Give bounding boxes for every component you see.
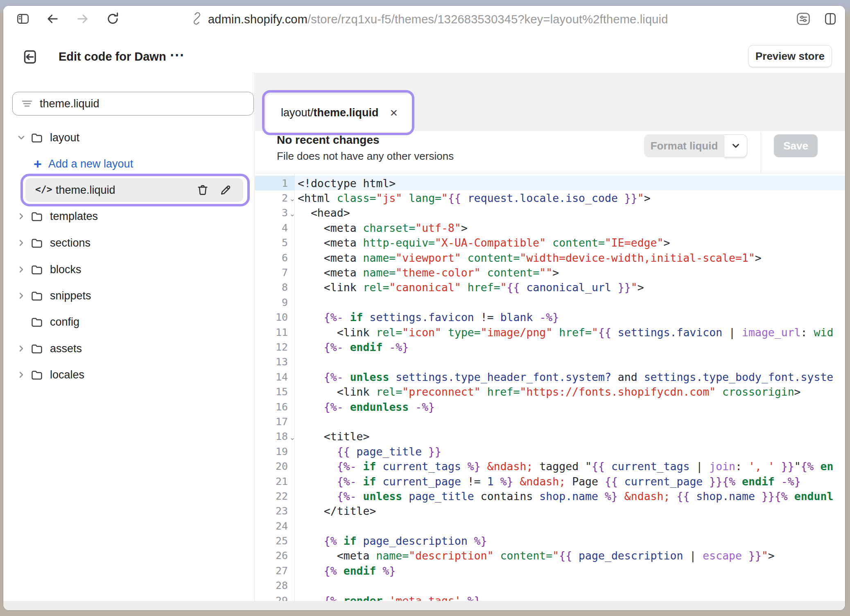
tab-close-icon[interactable]: ×: [390, 106, 398, 119]
code-line[interactable]: 19 {{ page_title }}: [255, 444, 845, 459]
folder-label: snippets: [50, 290, 91, 302]
sidebar-file-theme.liquid[interactable]: </>theme.liquid: [3, 178, 251, 202]
code-editor[interactable]: 1<!doctype html>2⌄<html class="js" lang=…: [255, 173, 845, 601]
line-number[interactable]: 5: [255, 236, 294, 250]
code-line[interactable]: 25 {% if page_description %}: [255, 533, 845, 548]
code-line[interactable]: 16 {%- endunless -%}: [255, 399, 845, 414]
add-new-layout-button[interactable]: +Add a new layout: [3, 155, 251, 173]
code-line[interactable]: 9: [255, 295, 845, 310]
line-number[interactable]: 2⌄: [255, 190, 294, 205]
code-line[interactable]: 2⌄<html class="js" lang="{{ request.loca…: [255, 190, 845, 205]
line-number[interactable]: 16: [255, 399, 294, 414]
reload-icon[interactable]: [105, 11, 121, 27]
save-button[interactable]: Save: [774, 134, 818, 157]
back-button-icon[interactable]: [44, 11, 61, 27]
sidebar-folder-snippets[interactable]: snippets: [3, 287, 251, 305]
forward-button-icon[interactable]: [75, 11, 91, 27]
code-line[interactable]: 12 {%- endif -%}: [255, 340, 845, 354]
code-line[interactable]: 20 {%- if current_tags %} &ndash; tagged…: [255, 459, 845, 473]
code-line[interactable]: 14 {%- unless settings.type_header_font.…: [255, 369, 845, 384]
code-line[interactable]: 23 </title>: [255, 504, 845, 519]
line-number[interactable]: 24: [255, 519, 294, 533]
code-line[interactable]: 6 <meta name="viewport" content="width=d…: [255, 250, 845, 265]
line-number[interactable]: 25: [255, 533, 294, 548]
code-line[interactable]: 22 {%- unless page_title contains shop.n…: [255, 489, 845, 503]
line-number[interactable]: 12: [255, 340, 294, 354]
line-number[interactable]: 26: [255, 548, 294, 563]
code-line-content: <meta name="theme-color" content="">: [294, 266, 559, 279]
code-line[interactable]: 18⌄ <title>: [255, 429, 845, 444]
line-number[interactable]: 15: [255, 384, 294, 399]
line-number[interactable]: 9: [255, 295, 294, 310]
code-line[interactable]: 8 <link rel="canonical" href="{{ canonic…: [255, 280, 845, 295]
code-line[interactable]: 5 <meta http-equiv="X-UA-Compatible" con…: [255, 236, 845, 250]
code-line[interactable]: 15 <link rel="preconnect" href="https://…: [255, 384, 845, 399]
sidebar-folder-layout[interactable]: layout: [3, 129, 251, 147]
line-number[interactable]: 4: [255, 220, 294, 235]
line-number[interactable]: 14: [255, 369, 294, 384]
code-line[interactable]: 13: [255, 355, 845, 369]
line-number[interactable]: 18⌄: [255, 429, 294, 444]
folder-icon: [30, 369, 43, 381]
code-line[interactable]: 28: [255, 578, 845, 593]
sidebar-toggle-icon[interactable]: [15, 11, 31, 27]
tab-theme-liquid[interactable]: layout/theme.liquid ×: [266, 94, 414, 131]
line-number[interactable]: 21: [255, 474, 294, 489]
code-line-content: {% endif %}: [294, 564, 396, 577]
line-number[interactable]: 23: [255, 504, 294, 519]
rename-file-button[interactable]: [219, 184, 232, 196]
line-number[interactable]: 1: [255, 176, 294, 190]
code-line[interactable]: 29 {% render 'meta-tags' %}: [255, 593, 845, 601]
delete-file-button[interactable]: [197, 184, 209, 196]
line-number[interactable]: 29: [255, 593, 294, 601]
sidebar-folder-templates[interactable]: templates: [3, 207, 251, 225]
folder-icon-wrap: [30, 210, 43, 222]
status-title: No recent changes: [277, 134, 380, 147]
code-line[interactable]: 17: [255, 414, 845, 429]
search-value: theme.liquid: [40, 97, 99, 110]
code-line[interactable]: 3⌄ <head>: [255, 206, 845, 220]
code-line[interactable]: 4 <meta charset="utf-8">: [255, 220, 845, 235]
line-number[interactable]: 11: [255, 325, 294, 340]
selected-file-item[interactable]: </>theme.liquid: [25, 178, 243, 202]
line-number[interactable]: 22: [255, 489, 294, 503]
sidebar-folder-assets[interactable]: assets: [3, 340, 251, 358]
sidebar-folder-locales[interactable]: locales: [3, 366, 251, 384]
line-number[interactable]: 17: [255, 414, 294, 429]
code-line[interactable]: 1<!doctype html>: [255, 176, 845, 190]
split-view-icon[interactable]: [822, 11, 839, 27]
folder-label: config: [50, 316, 79, 328]
line-number[interactable]: 7: [255, 265, 294, 280]
file-search-input[interactable]: theme.liquid: [12, 92, 254, 116]
code-line[interactable]: 10 {%- if settings.favicon != blank -%}: [255, 310, 845, 325]
sidebar-folder-sections[interactable]: sections: [3, 234, 251, 252]
sidebar-folder-config[interactable]: config: [3, 313, 251, 331]
delete-icon: [197, 184, 209, 196]
folder-icon: [30, 263, 43, 276]
line-number[interactable]: 20: [255, 459, 294, 473]
line-number[interactable]: 6: [255, 250, 294, 265]
folder-icon-wrap: [30, 237, 43, 249]
sidebar-folder-blocks[interactable]: blocks: [3, 260, 251, 279]
line-number[interactable]: 19: [255, 444, 294, 459]
code-line[interactable]: 7 <meta name="theme-color" content="">: [255, 265, 845, 280]
line-number[interactable]: 8: [255, 280, 294, 295]
line-number[interactable]: 28: [255, 578, 294, 593]
chevron-right-icon: [16, 344, 26, 353]
line-number[interactable]: 3⌄: [255, 206, 294, 220]
code-line[interactable]: 11 <link rel="icon" type="image/png" hre…: [255, 325, 845, 340]
line-number[interactable]: 27: [255, 563, 294, 578]
browser-settings-icon[interactable]: [795, 11, 812, 27]
format-liquid-dropdown[interactable]: [724, 134, 747, 157]
exit-editor-icon[interactable]: [20, 48, 38, 66]
code-line[interactable]: 21 {%- if current_page != 1 %} &ndash; P…: [255, 474, 845, 489]
line-number[interactable]: 13: [255, 355, 294, 369]
code-line[interactable]: 26 <meta name="description" content="{{ …: [255, 548, 845, 563]
code-line[interactable]: 24: [255, 519, 845, 533]
more-actions-button[interactable]: ⋯: [170, 46, 184, 63]
line-number[interactable]: 10: [255, 310, 294, 325]
code-line[interactable]: 27 {% endif %}: [255, 563, 845, 578]
format-liquid-button[interactable]: Format liquid: [644, 134, 724, 157]
address-bar[interactable]: admin.shopify.com/store/rzq1xu-f5/themes…: [208, 13, 668, 26]
preview-store-button[interactable]: Preview store: [748, 45, 832, 67]
